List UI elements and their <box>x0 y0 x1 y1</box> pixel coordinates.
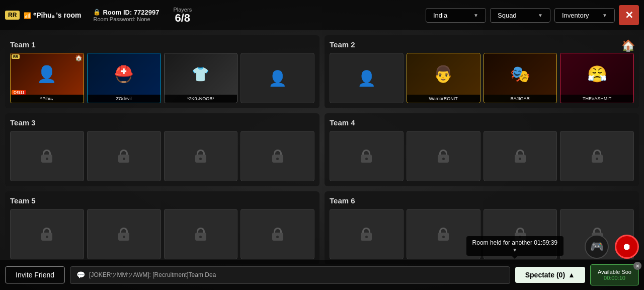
header-bar: RR 📶 ᵉPihuₐ 's room 🔒 Room ID: 7722997 R… <box>0 0 644 30</box>
team2-slot-3[interactable]: 🎭 BAJIGAR <box>484 53 557 103</box>
chevron-down-icon: ▼ <box>538 13 543 18</box>
rr-tag: RR <box>12 54 20 59</box>
team2-label: Team 2 <box>330 40 634 49</box>
record-button[interactable]: ⏺ <box>615 235 639 259</box>
available-button[interactable]: Available Soo 00:00:10 ✕ <box>590 264 639 285</box>
inventory-dropdown[interactable]: Inventory ▼ <box>554 8 615 23</box>
team4-slot-4[interactable] <box>560 131 634 181</box>
gamepad-icon: 🎮 <box>590 240 604 253</box>
team5-slot-1[interactable] <box>10 209 84 259</box>
pihu-card: 👤 ᵉPihuₐ <box>11 53 84 103</box>
team3-slot-1[interactable] <box>10 131 84 181</box>
team1-slot-2[interactable]: ⛑️ ZOdevil <box>87 53 161 103</box>
team1-slots: 👤 ᵉPihuₐ RR 🏠 C4S11 ⛑️ ZOdevil <box>10 53 314 103</box>
team3-panel: Team 3 <box>5 113 319 186</box>
chat-icon: 💬 <box>76 271 85 279</box>
team6-slot-1[interactable] <box>330 209 404 259</box>
pihu-name: ᵉPihuₐ <box>11 95 84 103</box>
team5-panel: Team 5 <box>5 191 319 264</box>
lock-icon <box>272 150 283 163</box>
empty-person-icon: 👤 <box>268 69 287 87</box>
lock-icon <box>438 228 449 241</box>
team3-slots <box>10 131 314 181</box>
room-password: Room Password: None <box>93 16 159 22</box>
lock-icon <box>195 150 206 163</box>
team3-label: Team 3 <box>10 118 314 127</box>
team2-slot-4[interactable]: 😤 THE×ASHMIT <box>560 53 634 103</box>
chevron-down-icon: ▼ <box>602 13 607 18</box>
team1-slot-1[interactable]: 👤 ᵉPihuₐ RR 🏠 C4S11 <box>10 53 84 103</box>
team1-panel: Team 1 👤 ᵉPihuₐ RR 🏠 C4S11 <box>5 35 319 108</box>
available-close-button[interactable]: ✕ <box>633 262 641 270</box>
chevron-down-icon: ▼ <box>473 13 478 18</box>
team2-slot-2[interactable]: 👨 WarriorRONIT <box>407 53 480 103</box>
lock-icon <box>195 228 206 241</box>
header-right: India ▼ Squad ▼ Inventory ▼ ✕ <box>426 5 639 25</box>
empty-person-icon: 👤 <box>357 69 376 87</box>
ashmit-name: THE×ASHMIT <box>560 95 633 103</box>
team4-slot-2[interactable] <box>407 131 480 181</box>
team3-slot-2[interactable] <box>87 131 161 181</box>
badge-c4s: C4S11 <box>12 90 26 95</box>
header-left: RR 📶 ᵉPihuₐ 's room 🔒 Room ID: 7722997 R… <box>5 7 192 24</box>
tooltip-arrow-text: ▼ <box>472 247 557 253</box>
team5-slot-3[interactable] <box>164 209 238 259</box>
players-info: Players 6/8 <box>173 7 192 24</box>
warriorronit-name: WarriorRONIT <box>407 95 480 103</box>
zodevil-name: ZOdevil <box>88 95 160 103</box>
available-label: Available Soo <box>598 269 631 275</box>
lock-icon <box>438 150 449 163</box>
bajigar-name: BAJIGAR <box>484 95 557 103</box>
available-timer: 00:00:10 <box>604 275 625 281</box>
close-button[interactable]: ✕ <box>619 5 639 25</box>
team2-panel: Team 2 🏠 👤 👨 WarriorRONIT 🎭 <box>325 35 639 108</box>
team2-slots: 👤 👨 WarriorRONIT 🎭 BAJIGAR <box>330 53 634 103</box>
teams-left: Team 1 👤 ᵉPihuₐ RR 🏠 C4S11 <box>5 35 319 285</box>
room-owner-name: 📶 ᵉPihuₐ 's room <box>24 11 81 19</box>
action-buttons-area: 🎮 ⏺ <box>585 235 639 259</box>
chat-message: [JOKERツMMツAWM]: [Recruitment]Team Dea <box>89 271 216 279</box>
team4-slot-3[interactable] <box>484 131 557 181</box>
gamepad-button[interactable]: 🎮 <box>585 235 609 259</box>
region-dropdown[interactable]: India ▼ <box>426 8 486 23</box>
team5-slot-4[interactable] <box>240 209 314 259</box>
chat-bar[interactable]: 💬 [JOKERツMMツAWM]: [Recruitment]Team Dea <box>70 266 510 284</box>
room-details: 🔒 Room ID: 7722997 Room Password: None <box>93 9 159 22</box>
team4-slot-1[interactable] <box>330 131 404 181</box>
lock-icon <box>592 150 603 163</box>
chevron-up-icon: ▲ <box>568 271 575 279</box>
noob-name: *2K0ₓNOOB* <box>165 95 237 103</box>
record-icon: ⏺ <box>622 242 631 252</box>
team1-slot-3[interactable]: 👕 *2K0ₓNOOB* <box>164 53 238 103</box>
lock-icon <box>118 150 129 163</box>
team3-slot-4[interactable] <box>240 131 314 181</box>
players-count: 6/8 <box>173 13 192 24</box>
bottom-bar: Invite Friend 💬 [JOKERツMMツAWM]: [Recruit… <box>0 260 644 290</box>
team5-slots <box>10 209 314 259</box>
team1-slot-4[interactable]: 👤 <box>240 53 314 103</box>
lock-icon <box>515 150 526 163</box>
lock-icon <box>272 228 283 241</box>
lock-icon <box>118 228 129 241</box>
mode-dropdown[interactable]: Squad ▼ <box>490 8 550 23</box>
home-icon: 🏠 <box>75 54 83 61</box>
spectate-button[interactable]: Spectate (0) ▲ <box>515 267 585 283</box>
team3-slot-3[interactable] <box>164 131 238 181</box>
room-tag: RR <box>5 11 20 20</box>
team2-home-icon: 🏠 <box>621 39 635 52</box>
lock-icon <box>361 150 372 163</box>
signal-icon: 📶 <box>24 12 31 19</box>
team2-slot-1[interactable]: 👤 <box>330 53 404 103</box>
lock-icon <box>41 150 52 163</box>
team5-label: Team 5 <box>10 196 314 205</box>
team6-label: Team 6 <box>330 196 634 205</box>
team4-panel: Team 4 <box>325 113 639 186</box>
room-held-tooltip: Room held for another 01:59:39 ▼ <box>466 236 564 256</box>
lock-icon <box>41 228 52 241</box>
room-id: Room ID: 7722997 <box>103 9 159 16</box>
team1-label: Team 1 <box>10 40 314 49</box>
team5-slot-2[interactable] <box>87 209 161 259</box>
lock-icon <box>361 228 372 241</box>
team4-slots <box>330 131 634 181</box>
invite-friend-button[interactable]: Invite Friend <box>5 266 65 283</box>
